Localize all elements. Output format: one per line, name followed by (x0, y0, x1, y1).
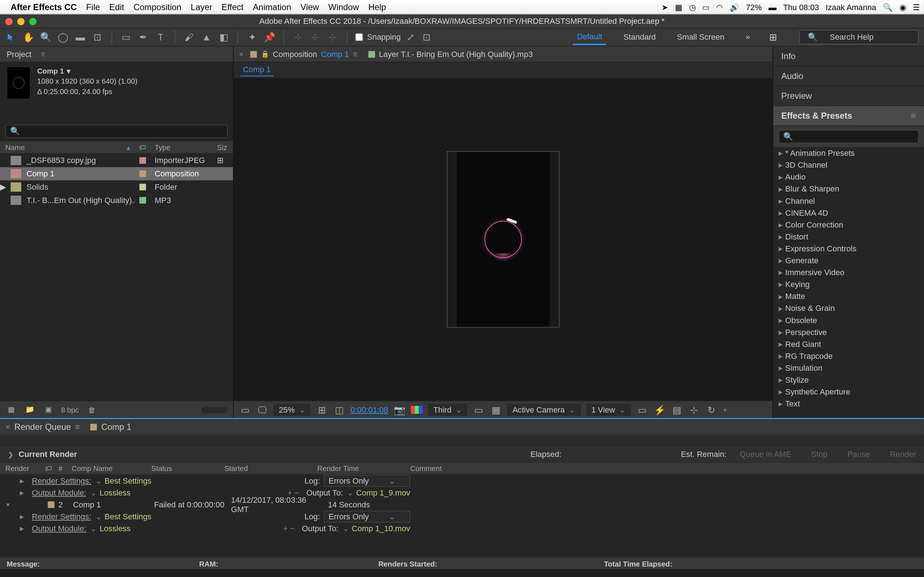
stop-button[interactable]: Stop (811, 449, 827, 459)
zoom-dropdown[interactable]: 25% (274, 403, 311, 416)
col-name[interactable]: Name (0, 141, 135, 153)
exposure-add-icon[interactable]: + (723, 405, 727, 414)
project-item-row[interactable]: _DSF6853 copy.jpg ImporterJPEG ⊞ (0, 154, 233, 167)
snap-edge-icon[interactable]: ⤢ (405, 31, 417, 43)
brush-tool-icon[interactable]: 🖌 (183, 31, 195, 43)
close-tab-icon[interactable]: × (5, 422, 10, 432)
delete-icon[interactable]: 🗑 (86, 406, 97, 414)
project-scrollbar[interactable] (201, 406, 228, 413)
comp-dropdown-icon[interactable]: ▾ (67, 66, 71, 76)
project-columns-header[interactable]: Name 🏷 Type Siz (0, 141, 233, 154)
clock-text[interactable]: Thu 08:03 (783, 2, 819, 11)
clock-icon[interactable]: ◷ (689, 2, 696, 11)
rectangle-tool-icon[interactable]: ▭ (120, 31, 132, 43)
pan-behind-tool-icon[interactable]: ⊡ (92, 31, 103, 43)
bpc-indicator[interactable]: 8 bpc (61, 406, 79, 414)
project-items-list[interactable]: _DSF6853 copy.jpg ImporterJPEG ⊞ Comp 1 … (0, 154, 233, 401)
effect-category[interactable]: Immersive Video (773, 266, 924, 279)
lock-icon[interactable]: 🔒 (261, 50, 269, 58)
orbit-tool-icon[interactable]: ◯ (57, 31, 69, 43)
snap-box-icon[interactable]: ⊡ (420, 31, 432, 43)
effect-category[interactable]: Blur & Sharpen (773, 183, 924, 195)
timeline-icon[interactable]: ▤ (671, 403, 683, 416)
project-search-input[interactable]: 🔍 (5, 125, 228, 138)
effect-category[interactable]: CINEMA 4D (773, 207, 924, 219)
type-tool-icon[interactable]: T (155, 31, 166, 43)
project-panel-menu-icon[interactable]: ≡ (41, 49, 45, 59)
sync-settings-icon[interactable]: ⊞ (767, 31, 779, 43)
camera-tool-icon[interactable]: ▬ (74, 31, 86, 43)
timeline-comp-tab[interactable]: Comp 1 (90, 422, 131, 432)
zoom-tool-icon[interactable]: 🔍 (40, 31, 52, 43)
project-item-row[interactable]: Comp 1 Composition (0, 167, 233, 180)
effects-categories-list[interactable]: * Animation Presets 3D Channel Audio Blu… (773, 147, 924, 417)
expand-icon[interactable]: ▶ (20, 478, 28, 484)
airplay-icon[interactable]: ▭ (702, 2, 709, 11)
label-color[interactable] (139, 171, 146, 177)
spotlight-icon[interactable]: 🔍 (883, 2, 893, 11)
close-tab-icon[interactable]: × (239, 49, 244, 59)
current-render-toggle[interactable]: Current Render (8, 449, 77, 459)
expand-icon[interactable]: ▶ (20, 525, 28, 532)
output-module-link[interactable]: Output Module: (32, 488, 86, 498)
flowchart-crumb[interactable]: Comp 1 (241, 64, 274, 76)
effect-category[interactable]: Simulation (773, 362, 924, 374)
pixel-aspect-icon[interactable]: ▭ (636, 403, 648, 416)
menubar-app-icon[interactable]: ▦ (675, 2, 682, 11)
comp-thumbnail[interactable] (6, 66, 30, 100)
clone-tool-icon[interactable]: ▲ (200, 31, 212, 43)
audio-panel-header[interactable]: Audio (773, 66, 924, 86)
location-icon[interactable]: ➤ (662, 2, 668, 11)
interpret-footage-icon[interactable]: ▦ (5, 405, 17, 414)
menu-window[interactable]: Window (328, 2, 359, 12)
flowchart-icon[interactable]: ⊹ (688, 403, 700, 416)
menu-effect[interactable]: Effect (221, 2, 244, 12)
label-color[interactable] (139, 184, 146, 190)
effect-category[interactable]: * Animation Presets (773, 147, 924, 159)
comp-name[interactable]: Comp 1 (37, 66, 64, 76)
roto-tool-icon[interactable]: ✦ (246, 31, 258, 43)
composition-tab[interactable]: × 🔒 Composition Comp 1 ≡ (239, 49, 358, 59)
app-name[interactable]: After Effects CC (10, 2, 76, 12)
info-panel-header[interactable]: Info (773, 47, 924, 66)
tab-menu-icon[interactable]: ≡ (353, 49, 358, 59)
menu-view[interactable]: View (300, 2, 319, 12)
log-dropdown[interactable]: Errors Only (324, 475, 410, 487)
effect-category[interactable]: Red Giant (773, 338, 924, 350)
siri-icon[interactable]: ◉ (900, 2, 906, 11)
render-queue-body[interactable]: ▶ Render Settings: ⌄ Best Settings Log: … (0, 475, 924, 557)
menu-layer[interactable]: Layer (191, 2, 212, 12)
effect-category[interactable]: Generate (773, 255, 924, 266)
effect-category[interactable]: Expression Controls (773, 243, 924, 255)
menu-composition[interactable]: Composition (134, 2, 181, 12)
menu-help[interactable]: Help (368, 2, 386, 12)
notification-center-icon[interactable]: ☰ (913, 2, 920, 11)
roi-icon[interactable]: ▭ (473, 403, 485, 416)
render-button[interactable]: Render (890, 449, 916, 459)
layer-tab[interactable]: Layer T.I.- Bring Em Out (High Quality).… (368, 49, 533, 59)
always-preview-icon[interactable]: ▭ (239, 403, 251, 416)
effect-category[interactable]: Perspective (773, 326, 924, 338)
channel-icon[interactable] (411, 406, 423, 414)
render-settings-link[interactable]: Render Settings: (32, 512, 91, 521)
effect-category[interactable]: RG Trapcode (773, 350, 924, 362)
effect-category[interactable]: 3D Channel (773, 159, 924, 171)
output-module-link[interactable]: Output Module: (32, 524, 86, 533)
render-settings-link[interactable]: Render Settings: (32, 476, 91, 485)
resolution-dropdown[interactable]: Third (428, 403, 467, 416)
camera-dropdown[interactable]: Active Camera (507, 403, 581, 416)
search-help-input[interactable]: 🔍 Search Help (799, 30, 919, 44)
snapshot-icon[interactable]: 📷 (393, 403, 405, 416)
label-color[interactable] (139, 197, 146, 203)
workspace-default[interactable]: Default (573, 29, 606, 45)
eraser-tool-icon[interactable]: ◧ (218, 31, 229, 43)
puppet-tool-icon[interactable]: 📌 (263, 31, 275, 43)
effect-category[interactable]: Audio (773, 171, 924, 183)
preview-panel-header[interactable]: Preview (773, 86, 924, 106)
effects-presets-header[interactable]: Effects & Presets ≡ (773, 106, 924, 126)
new-folder-icon[interactable]: 📁 (24, 405, 36, 414)
tab-menu-icon[interactable]: ≡ (75, 422, 80, 432)
hand-tool-icon[interactable]: ✋ (23, 31, 35, 43)
composition-viewer[interactable] (234, 78, 772, 401)
selection-tool-icon[interactable] (5, 31, 17, 43)
